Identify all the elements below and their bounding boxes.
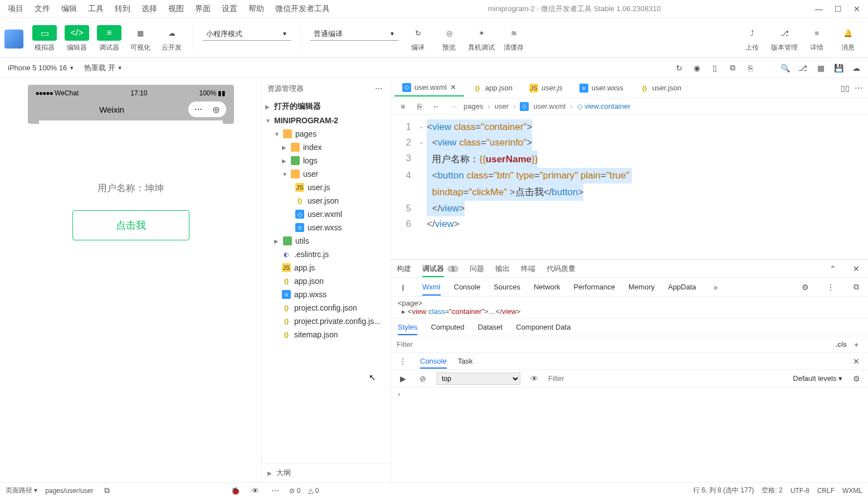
minimize-button[interactable]: ― xyxy=(815,4,823,13)
clear-cache-button[interactable]: ≋清缓存 xyxy=(498,25,529,52)
crumb-pages[interactable]: pages xyxy=(464,102,483,110)
more-icon[interactable]: ⋯ xyxy=(852,82,865,94)
menu-project[interactable]: 项目 xyxy=(3,2,28,16)
messages-button[interactable]: 🔔消息 xyxy=(832,25,864,52)
overflow-icon[interactable]: » xyxy=(710,281,722,293)
gear-icon[interactable]: ⚙ xyxy=(799,281,811,293)
devtab-console[interactable]: Console xyxy=(454,283,481,291)
close-icon[interactable]: ✕ xyxy=(850,355,862,368)
project-root[interactable]: ▼MINIPROGRAM-2 xyxy=(262,114,391,127)
indent-info[interactable]: 空格: 2 xyxy=(762,486,782,495)
cloud-icon[interactable]: ☁ xyxy=(850,62,862,74)
branch-icon[interactable]: ⎇ xyxy=(797,62,809,74)
console-tab[interactable]: Console xyxy=(420,357,447,369)
file-app-wxss[interactable]: ≡app.wxss xyxy=(262,288,391,301)
plus-icon[interactable]: + xyxy=(850,339,862,351)
gear-icon[interactable]: ⚙ xyxy=(850,373,862,385)
menu-goto[interactable]: 转到 xyxy=(110,2,135,16)
clear-icon[interactable]: ⊘ xyxy=(417,373,429,385)
tab-build[interactable]: 构建 xyxy=(397,264,411,274)
menu-settings[interactable]: 设置 xyxy=(217,2,242,16)
componentdata-tab[interactable]: Component Data xyxy=(516,323,570,331)
console-filter-input[interactable] xyxy=(548,374,785,383)
devtab-performance[interactable]: Performance xyxy=(574,283,615,291)
bug-icon[interactable]: 🐞 xyxy=(229,485,241,497)
target-icon[interactable]: ◎ xyxy=(211,104,222,115)
crumb-user[interactable]: user xyxy=(495,102,509,110)
task-tab[interactable]: Task xyxy=(458,357,473,365)
mode-select[interactable]: 小程序模式▼ xyxy=(202,27,291,41)
file-app-json[interactable]: {}app.json xyxy=(262,274,391,288)
menu-interface[interactable]: 界面 xyxy=(191,2,215,16)
tab-output[interactable]: 输出 xyxy=(495,264,510,274)
tab-terminal[interactable]: 终端 xyxy=(521,264,535,274)
details-button[interactable]: ≡详情 xyxy=(801,25,832,52)
avatar[interactable] xyxy=(4,30,23,49)
tab-app-json[interactable]: {}app.json xyxy=(465,80,520,96)
grid-icon[interactable]: ▦ xyxy=(815,62,827,74)
crumb-symbol[interactable]: ◇ view.container xyxy=(577,102,631,110)
chevron-up-icon[interactable]: ⌃ xyxy=(827,263,839,275)
compile-button[interactable]: ↻编译 xyxy=(402,25,433,52)
folder-pages[interactable]: ▼pages xyxy=(262,127,391,141)
file-sitemap[interactable]: {}sitemap.json xyxy=(262,328,391,341)
styles-tab[interactable]: Styles xyxy=(398,323,417,335)
close-icon[interactable]: ✕ xyxy=(850,263,862,275)
search-icon[interactable]: 🔍 xyxy=(779,62,791,74)
visualize-toggle[interactable]: ▦可视化 xyxy=(125,25,156,52)
menu-view[interactable]: 视图 xyxy=(164,2,188,16)
close-icon[interactable]: ✕ xyxy=(450,83,456,91)
crumb-file[interactable]: user.wxml xyxy=(533,102,565,110)
kebab-icon[interactable]: ⋮ xyxy=(825,281,837,293)
log-levels[interactable]: Default levels ▾ xyxy=(793,374,842,383)
dock-icon[interactable]: ⧉ xyxy=(850,281,862,293)
upload-button[interactable]: ⤴上传 xyxy=(737,25,768,52)
list-icon[interactable]: ≡ xyxy=(397,100,409,113)
eye-icon[interactable]: 👁 xyxy=(528,373,540,385)
folder-logs[interactable]: ▶logs xyxy=(262,154,391,167)
menu-help[interactable]: 帮助 xyxy=(244,2,269,16)
editor-toggle[interactable]: </>编辑器 xyxy=(61,25,92,52)
split-editor-icon[interactable]: ▯▯ xyxy=(839,82,851,94)
menu-select[interactable]: 选择 xyxy=(137,2,162,16)
inspect-icon[interactable]: ⫿ xyxy=(397,281,409,293)
console-prompt[interactable]: › xyxy=(391,388,868,400)
menu-wechat-devtools[interactable]: 微信开发者工具 xyxy=(271,2,334,16)
language-mode[interactable]: WXML xyxy=(842,487,862,495)
devtab-network[interactable]: Network xyxy=(534,283,560,291)
device-select[interactable]: iPhone 5 100% 16▼ xyxy=(6,62,76,73)
clipboard-icon[interactable]: ⎘ xyxy=(744,62,757,74)
compile-profile-select[interactable]: 普通编译▼ xyxy=(310,27,399,41)
file-user-wxss[interactable]: ≡user.wxss xyxy=(262,221,391,234)
preview-button[interactable]: ◎预览 xyxy=(433,25,465,52)
tab-user-js[interactable]: JSuser.js xyxy=(521,80,570,96)
hotreload-select[interactable]: 热重载 开▼ xyxy=(82,62,125,74)
refresh-icon[interactable]: ↻ xyxy=(673,62,685,74)
dataset-tab[interactable]: Dataset xyxy=(477,323,503,331)
outline-section[interactable]: ▶大纲 xyxy=(262,463,391,482)
copy-icon[interactable]: ⧉ xyxy=(101,485,113,497)
devtab-memory[interactable]: Memory xyxy=(628,283,655,291)
menu-edit[interactable]: 编辑 xyxy=(57,2,81,16)
encoding[interactable]: UTF-8 xyxy=(791,487,810,495)
tab-quality[interactable]: 代码质量 xyxy=(547,264,576,274)
file-project-private[interactable]: {}project.private.config.js... xyxy=(262,315,391,328)
error-count[interactable]: ⊘ 0 xyxy=(289,487,300,495)
record-icon[interactable]: ◉ xyxy=(691,62,703,74)
file-eslintrc[interactable]: ◐.eslintrc.js xyxy=(262,248,391,261)
page-path-label[interactable]: 页面路径 ▾ xyxy=(6,486,37,495)
file-user-json[interactable]: {}user.json xyxy=(262,194,391,207)
debugger-toggle[interactable]: ≡调试器 xyxy=(94,25,125,52)
file-user-wxml[interactable]: ◇user.wxml xyxy=(262,207,391,221)
menu-tools[interactable]: 工具 xyxy=(84,2,108,16)
page-path[interactable]: pages/user/user xyxy=(45,487,93,495)
context-select[interactable]: top xyxy=(437,373,520,385)
tab-user-wxss[interactable]: ≡user.wxss xyxy=(572,80,631,96)
menu-file[interactable]: 文件 xyxy=(30,2,55,16)
devtab-sources[interactable]: Sources xyxy=(494,283,520,291)
file-user-js[interactable]: JSuser.js xyxy=(262,181,391,194)
cursor-position[interactable]: 行 6, 列 8 (选中 177) xyxy=(693,486,754,495)
more-icon[interactable]: ⋯ xyxy=(373,83,385,95)
open-editors-section[interactable]: ▶打开的编辑器 xyxy=(262,99,391,114)
close-button[interactable]: ✕ xyxy=(852,4,861,13)
